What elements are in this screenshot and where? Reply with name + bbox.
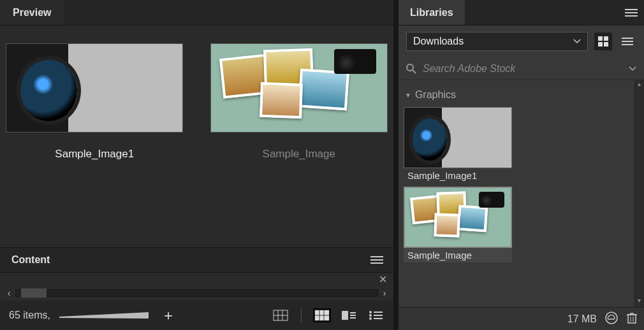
preview-caption: Sample_Image xyxy=(263,148,335,161)
scroll-thumb[interactable] xyxy=(21,289,47,298)
svg-point-32 xyxy=(407,64,413,71)
library-section-label: Graphics xyxy=(415,89,456,101)
trash-icon[interactable] xyxy=(626,312,638,327)
tab-preview[interactable]: Preview xyxy=(0,0,64,25)
library-scrollbar[interactable]: ▴ ▾ xyxy=(634,80,644,307)
left-panel: Preview Sample_Image1 Sample_Image Conte… xyxy=(0,0,393,330)
library-section-header[interactable]: ▼ Graphics xyxy=(399,85,644,104)
content-header: Content xyxy=(0,247,393,273)
view-grid-small-button[interactable] xyxy=(313,308,331,322)
svg-rect-12 xyxy=(342,311,348,320)
svg-point-16 xyxy=(369,311,372,313)
view-grid-large-button[interactable] xyxy=(272,308,289,322)
content-footer: 65 items, ＋ xyxy=(0,301,393,330)
view-thumb-list-button[interactable] xyxy=(340,308,358,322)
library-item[interactable]: Sample_Image1 xyxy=(404,107,512,183)
svg-rect-35 xyxy=(628,315,636,323)
svg-marker-3 xyxy=(59,312,149,319)
chevron-down-icon xyxy=(573,39,581,44)
preview-item[interactable]: Sample_Image xyxy=(210,43,389,247)
svg-rect-26 xyxy=(604,36,608,41)
divider xyxy=(301,308,302,322)
library-thumbnail[interactable] xyxy=(404,187,512,248)
libraries-panel: Libraries Downloads ▼ Graphics Sample_I xyxy=(399,0,644,330)
chevron-down-icon[interactable] xyxy=(629,66,636,71)
preview-caption: Sample_Image1 xyxy=(55,148,134,161)
close-icon[interactable]: ✕ xyxy=(379,273,387,285)
library-item-caption: Sample_Image1 xyxy=(404,168,512,183)
panel-splitter[interactable] xyxy=(393,0,399,330)
svg-point-18 xyxy=(369,314,372,317)
tab-libraries[interactable]: Libraries xyxy=(399,0,465,25)
library-selector-row: Downloads xyxy=(399,25,644,57)
view-list-button[interactable] xyxy=(367,308,384,322)
scroll-track[interactable] xyxy=(14,288,379,298)
add-button[interactable]: ＋ xyxy=(157,306,179,325)
svg-rect-28 xyxy=(604,42,608,47)
panel-menu-icon[interactable] xyxy=(618,0,644,25)
search-icon xyxy=(406,64,416,74)
library-footer: 17 MB xyxy=(399,307,644,330)
library-thumbnail[interactable] xyxy=(404,107,512,168)
svg-rect-27 xyxy=(598,42,603,47)
library-grid-view-button[interactable] xyxy=(594,32,612,50)
preview-thumbnail[interactable] xyxy=(6,43,183,133)
preview-thumbnail[interactable] xyxy=(210,43,388,133)
content-strip: ✕ xyxy=(0,273,393,285)
preview-body: Sample_Image1 Sample_Image xyxy=(0,25,393,247)
scroll-left-button[interactable]: ‹ xyxy=(4,288,14,298)
scroll-right-button[interactable]: › xyxy=(379,288,390,298)
preview-tabbar: Preview xyxy=(0,0,393,25)
libraries-tabbar: Libraries xyxy=(399,0,644,25)
disclosure-triangle-icon: ▼ xyxy=(405,92,411,99)
library-dropdown-value: Downloads xyxy=(413,36,464,47)
panel-menu-icon[interactable] xyxy=(370,255,386,264)
preview-item[interactable]: Sample_Image1 xyxy=(5,43,184,247)
library-dropdown[interactable]: Downloads xyxy=(406,32,588,51)
library-search-row xyxy=(399,57,644,80)
svg-point-20 xyxy=(369,317,372,320)
library-body: ▼ Graphics Sample_Image1 Sample_Image ▴ … xyxy=(399,80,644,307)
thumbnail-size-slider[interactable] xyxy=(59,311,149,320)
cloud-sync-icon[interactable] xyxy=(604,311,618,327)
svg-line-33 xyxy=(413,70,416,73)
content-scrollbar: ‹ › xyxy=(0,285,393,301)
scroll-down-button[interactable]: ▾ xyxy=(638,297,641,307)
scroll-up-button[interactable]: ▴ xyxy=(638,80,641,90)
library-item[interactable]: Sample_Image xyxy=(404,187,512,262)
item-count: 65 items, xyxy=(9,310,50,321)
library-list-view-button[interactable] xyxy=(618,32,636,50)
svg-rect-25 xyxy=(598,36,603,41)
storage-usage-text: 17 MB xyxy=(567,313,597,325)
search-input[interactable] xyxy=(423,63,622,75)
library-item-caption: Sample_Image xyxy=(404,248,512,262)
tab-content[interactable]: Content xyxy=(11,254,50,266)
